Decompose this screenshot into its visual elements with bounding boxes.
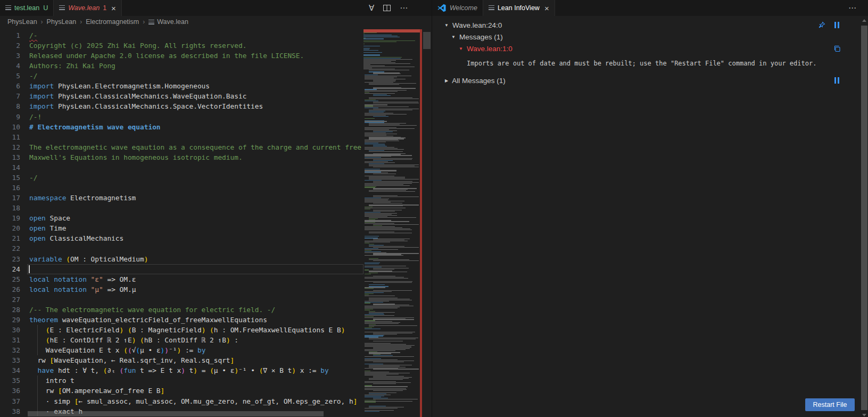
code-line[interactable]: · simp [← smul_assoc, mul_assoc, OM.mu_g… [29,396,357,406]
line-number: 14 [0,162,20,173]
error-message-text: Imports are out of date and must be rebu… [467,60,816,67]
minimap-line [369,125,417,126]
copy-icon[interactable] [833,45,841,52]
editor-horizontal-scrollbar[interactable] [28,411,324,416]
file-list-icon [148,20,154,25]
code-line[interactable]: (E : ElectricField) (B : MagneticField) … [29,325,345,335]
infoview-all-messages-section[interactable]: ▶ All Messages (1) [445,76,506,85]
code-line[interactable]: import PhysLean.Electromagnetism.Homogen… [29,81,210,91]
minimap-line [373,247,419,248]
minimap-line [365,278,408,279]
code-line[interactable]: Maxwell's Equations in homogeneous isotr… [29,152,243,162]
lean-forall-icon[interactable]: ∀ [369,3,374,13]
breadcrumb-item[interactable]: Electromagnetism [86,18,139,26]
code-line[interactable]: The electromagnetic wave eqaution as a c… [29,142,361,152]
left-editor-actions: ∀ ⋯ [369,0,432,16]
code-line[interactable]: import PhysLean.ClassicalMechanics.Space… [29,101,263,111]
restart-file-button[interactable]: Restart File [805,398,855,411]
code-line[interactable]: Authors: Zhi Kai Pong [29,61,115,71]
minimap-line [365,269,369,270]
code-line[interactable]: open Time [29,223,66,233]
more-actions-icon[interactable]: ⋯ [848,3,856,13]
more-actions-icon[interactable]: ⋯ [400,3,408,13]
all-messages-label: All Messages (1) [452,77,506,85]
breadcrumb-item[interactable]: Wave.lean [157,18,188,26]
minimap-line [373,383,396,384]
code-line[interactable]: theorem waveEquation_electricField_of_fr… [29,315,267,325]
infoview-cursor-section[interactable]: ▼ Wave.lean:24:0 [444,21,502,30]
chevron-right-icon: ▶ [445,78,448,83]
tab-lean-infoview[interactable]: Lean InfoView × [483,0,555,16]
line-number: 10 [0,122,20,132]
pause-updating-icon[interactable] [833,21,841,29]
minimap-line [373,103,419,103]
pause-updating-icon[interactable] [833,77,841,84]
code-line[interactable]: # Electromagnetism wave equation [29,122,161,132]
breadcrumb-item[interactable]: PhysLean [7,18,37,26]
code-line[interactable]: import PhysLean.ClassicalMechanics.WaveE… [29,91,246,101]
breadcrumb-item[interactable]: PhysLean [47,18,77,26]
code-line[interactable]: WaveEquation E t x ((√(μ • ε))⁻¹) := by [29,345,205,355]
code-line[interactable]: /-- The electromagnetic wave equation fo… [29,305,275,315]
line-number: 34 [0,365,20,375]
scroll-up-icon[interactable] [862,19,866,22]
line-number: 33 [0,355,20,365]
scroll-down-icon[interactable] [862,414,866,416]
overview-ruler-error-strip [420,29,422,417]
close-icon[interactable]: × [111,4,116,12]
code-line[interactable]: variable (OM : OpticalMedium) [29,254,148,264]
infoview-scrollbar[interactable] [861,16,868,417]
minimap-line [365,302,370,303]
split-editor-icon[interactable] [383,4,391,12]
code-line[interactable]: namespace Electromagnetism [29,193,136,203]
problems-count-badge: 1 [103,4,106,12]
editor-vertical-scrollbar[interactable] [423,32,431,49]
pin-icon[interactable] [818,21,825,29]
code-line[interactable]: -/ [29,173,37,183]
file-list-icon [5,5,11,11]
code-line[interactable]: (hE : ContDiff ℝ 2 ↿E) (hB : ContDiff ℝ … [29,335,238,345]
code-line[interactable]: open ClassicalMechanics [29,233,123,243]
code-line[interactable]: local notation "ε" => OM.ε [29,274,136,284]
line-number: 25 [0,274,20,284]
tab-wave-lean[interactable]: Wave.lean 1 × [54,0,122,16]
error-location-label: Wave.lean:1:0 [467,45,512,53]
minimap-line [363,46,380,46]
code-line[interactable]: Released under Apache 2.0 license as des… [29,51,304,61]
line-number: 17 [0,193,20,203]
code-line[interactable]: rw [OM.ampereLaw_of_free E B] [29,386,164,396]
chevron-right-icon: › [143,18,145,26]
minimap-line [373,174,396,174]
code-line[interactable]: /-! [29,112,42,122]
scrollbar-thumb[interactable] [861,26,867,410]
indent-guide [37,325,38,355]
tab-welcome[interactable]: Welcome [432,0,483,16]
minimap-line [365,91,398,92]
chevron-down-icon: ▼ [444,23,449,28]
right-editor-actions: ⋯ [848,0,864,16]
close-icon[interactable]: × [544,4,549,12]
left-tab-bar: test.lean U Wave.lean 1 × [0,0,432,16]
line-number: 38 [0,406,20,416]
line-number: 30 [0,325,20,335]
code-line[interactable]: rw [WaveEquation, ← Real.sqrt_inv, Real.… [29,355,234,365]
code-line[interactable]: Copyright (c) 2025 Zhi Kai Pong. All rig… [29,40,246,51]
code-line[interactable]: -/ [29,71,37,81]
minimap[interactable] [363,28,419,417]
tab-test-lean[interactable]: test.lean U [0,0,54,16]
line-number: 26 [0,284,20,295]
current-line-highlight [27,264,363,274]
code-line[interactable]: have hdt : ∀ t, (∂ₜ (fun t => E t x) t) … [29,365,329,375]
code-line[interactable]: local notation "μ" => OM.μ [29,284,136,295]
minimap-line [363,42,396,42]
code-line[interactable]: open Space [29,213,70,223]
infoview-error-location[interactable]: ▼ Wave.lean:1:0 [459,44,512,53]
chevron-right-icon: › [80,18,82,26]
cursor-position-label: Wave.lean:24:0 [452,21,502,29]
line-number: 31 [0,335,20,345]
minimap-line [373,362,404,362]
code-line[interactable]: /- [29,30,37,40]
infoview-messages-section[interactable]: ▼ Messages (1) [451,32,503,42]
code-line[interactable]: intro t [29,375,75,386]
minimap-line [365,236,379,236]
